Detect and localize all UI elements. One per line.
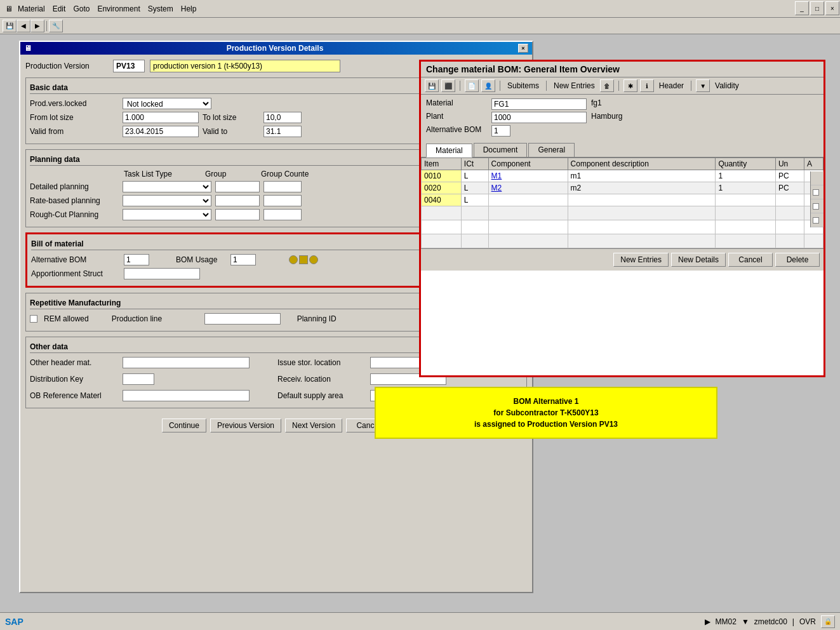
minimize-button[interactable]: _ (795, 1, 809, 15)
menu-help[interactable]: Help (181, 4, 197, 13)
row2-un: PC (775, 182, 804, 194)
sap-logo: SAP (5, 617, 23, 627)
close-button[interactable]: × (825, 1, 839, 15)
alt-bom-label: Alternative BOM (31, 255, 120, 264)
apportionment-label: Apportionment Struct (31, 269, 120, 278)
row3-un (775, 194, 804, 206)
status-play-icon[interactable]: ▶ (705, 617, 710, 626)
to-lot-label: To lot size (203, 113, 260, 122)
bom-filter-btn[interactable]: ▼ (696, 79, 710, 92)
table-row (422, 220, 823, 234)
rate-based-planning-select[interactable] (123, 195, 211, 206)
menu-edit[interactable]: Edit (53, 4, 66, 13)
row1-component-desc: m1 (568, 170, 716, 182)
bom-new-entries-button[interactable]: New Entries (613, 253, 669, 267)
rem-allowed-checkbox[interactable] (30, 315, 37, 323)
menu-system[interactable]: System (148, 4, 173, 13)
ob-reference-label: OB Reference Materl (30, 391, 119, 400)
detailed-planning-counter-input[interactable] (263, 181, 302, 192)
detailed-planning-group-input[interactable] (215, 181, 260, 192)
subitems-link[interactable]: Subitems (505, 81, 542, 90)
next-version-button[interactable]: Next Version (285, 419, 342, 432)
pv-desc[interactable]: production version 1 (t-k500y13) (150, 60, 340, 72)
row3-ict: L (461, 194, 488, 206)
other-header-mat-input[interactable] (123, 357, 250, 368)
menu-environment[interactable]: Environment (97, 4, 140, 13)
bom-back-btn[interactable]: ⬛ (441, 79, 455, 92)
toolbar-back[interactable]: ◀ (17, 20, 30, 32)
production-line-input[interactable] (204, 313, 281, 325)
to-lot-input[interactable] (263, 112, 302, 123)
dialog-icon: 🖥 (24, 44, 32, 53)
distribution-key-input[interactable] (123, 373, 154, 385)
rate-based-counter-input[interactable] (263, 195, 302, 206)
row2-component-link[interactable]: M2 (491, 184, 502, 192)
toolbar-save[interactable]: 💾 (3, 20, 17, 32)
toolbar-cmd[interactable]: 🔧 (49, 20, 63, 32)
col-quantity: Quantity (716, 158, 775, 170)
default-supply-label: Default supply area (277, 391, 366, 400)
status-separator: ▼ (742, 617, 749, 626)
row3-checkbox[interactable] (813, 217, 819, 224)
tab-material[interactable]: Material (426, 144, 472, 158)
bom-cancel-button[interactable]: Cancel (728, 253, 773, 267)
maximize-button[interactable]: □ (810, 1, 824, 15)
tab-document[interactable]: Document (474, 143, 528, 157)
continue-button[interactable]: Continue (162, 419, 206, 432)
other-header-mat-group: Other header mat. (30, 357, 275, 368)
valid-from-input[interactable] (123, 126, 199, 137)
bom-delete-button[interactable]: Delete (775, 253, 820, 267)
bom-tabs: Material Document General (421, 140, 823, 158)
header-link[interactable]: Header (657, 81, 686, 90)
row2-item: 0020 (422, 182, 462, 194)
previous-version-button[interactable]: Previous Version (210, 419, 281, 432)
row2-checkbox[interactable] (813, 203, 819, 210)
rem-allowed-label: REM allowed (44, 314, 89, 323)
valid-to-label: Valid to (203, 127, 260, 136)
table-row: 0040 L (422, 194, 823, 206)
dialog-close-button[interactable]: × (518, 44, 528, 53)
new-entries-link[interactable]: New Entries (551, 81, 597, 90)
bom-star-btn[interactable]: ✱ (623, 79, 637, 92)
prod-vers-locked-select[interactable]: Not locked (123, 98, 211, 109)
bom-doc-btn[interactable]: 📄 (465, 79, 479, 92)
bom-save-btn[interactable]: 💾 (425, 79, 439, 92)
col-ict: ICt (461, 158, 488, 170)
apportionment-input[interactable] (124, 268, 200, 279)
bom-info-btn[interactable]: ℹ (640, 79, 654, 92)
alt-bom-input[interactable] (124, 254, 149, 265)
row3-component (488, 194, 568, 206)
bom-new-details-button[interactable]: New Details (671, 253, 726, 267)
menu-goto[interactable]: Goto (73, 4, 90, 13)
validity-link[interactable]: Validity (712, 81, 742, 90)
bom-usage-label: BOM Usage (176, 255, 227, 264)
ob-reference-input[interactable] (123, 390, 250, 401)
bom-person-btn[interactable]: 👤 (481, 79, 495, 92)
detailed-planning-select[interactable] (123, 181, 211, 192)
status-separator2: | (792, 617, 794, 626)
row1-item: 0010 (422, 170, 462, 182)
group-col-header: Group (205, 170, 256, 178)
status-left: SAP (5, 617, 23, 627)
status-right: ▶ MM02 ▼ zmetdc00 | OVR 🔒 (705, 615, 835, 628)
tab-general[interactable]: General (528, 143, 575, 157)
rough-cut-group-input[interactable] (215, 209, 260, 220)
pv-code: PV13 (113, 60, 145, 72)
plant-meta-value: 1000 (491, 112, 587, 123)
rough-cut-planning-select[interactable] (123, 209, 211, 220)
status-lock-icon[interactable]: 🔒 (821, 615, 835, 628)
toolbar-forward[interactable]: ▶ (30, 20, 44, 32)
menu-material[interactable]: Material (18, 4, 45, 13)
row1-component-link[interactable]: M1 (491, 171, 502, 180)
rate-based-group-input[interactable] (215, 195, 260, 206)
table-row: 0010 L M1 m1 1 PC (422, 170, 823, 182)
bom-delete-btn[interactable]: 🗑 (600, 79, 614, 92)
alt-bom-meta-value: 1 (491, 125, 510, 137)
bom-bottom-buttons: New Entries New Details Cancel Delete (421, 248, 823, 271)
rough-cut-counter-input[interactable] (263, 209, 302, 220)
valid-to-input[interactable] (263, 126, 302, 137)
row3-component-desc (568, 194, 716, 206)
row1-checkbox[interactable] (813, 189, 819, 196)
from-lot-input[interactable] (123, 112, 199, 123)
bom-usage-input[interactable] (230, 254, 256, 265)
